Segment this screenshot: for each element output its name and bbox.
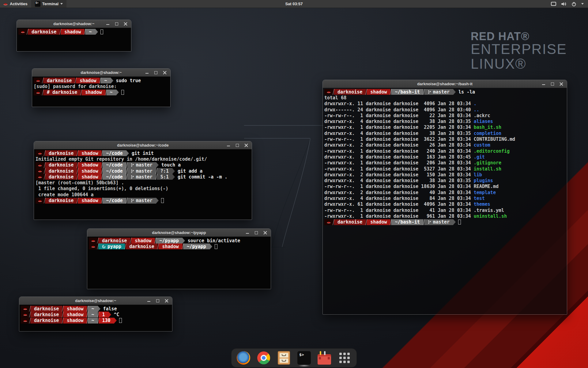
- maximize-button[interactable]: [156, 299, 160, 303]
- prompt-segment-path: ~: [88, 312, 98, 317]
- git-branch-icon: [131, 175, 134, 179]
- terminal-line: 1 file changed, 0 insertions(+), 0 delet…: [36, 186, 252, 192]
- redhat-icon: [38, 199, 42, 202]
- gnome-top-bar: Activities $> Terminal Sat 03:57: [0, 0, 588, 8]
- prompt-segment-path: ~/bash-it: [391, 89, 423, 95]
- file-entry-meta: -rwxrwxr-x. 1 darknoise darknoise 240 Ja…: [324, 148, 474, 154]
- window-title: darknoise@shadow:~/pyapp: [87, 230, 271, 235]
- app-menu-terminal[interactable]: $> Terminal: [31, 0, 66, 8]
- minimize-button[interactable]: [246, 231, 249, 235]
- redhat-icon: [36, 91, 40, 94]
- minimize-button[interactable]: [542, 82, 545, 86]
- prompt-segment-host: shadow: [78, 150, 102, 156]
- titlebar[interactable]: darknoise@shadow:~: [19, 297, 172, 305]
- rhel-wallpaper-logo: RED HAT® ENTERPRISE LINUX®: [471, 31, 567, 71]
- prompt-segment-git: master: [127, 174, 156, 180]
- terminal-output: Initialized empty Git repository in /hom…: [36, 156, 207, 162]
- command-text: touch a: [161, 162, 181, 168]
- terminal-icon: $>: [297, 351, 311, 365]
- titlebar[interactable]: darknoise@shadow:~: [32, 69, 170, 77]
- prompt-segment-path: ~: [88, 306, 98, 312]
- close-button[interactable]: [165, 299, 168, 303]
- screen-indicator-icon[interactable]: [551, 2, 556, 6]
- dock-item-app-grid[interactable]: [337, 351, 352, 365]
- firefox-icon: [237, 351, 250, 365]
- titlebar[interactable]: darknoise@shadow:~/code: [34, 141, 252, 149]
- prompt-segment-host: shadow: [78, 162, 102, 168]
- prompt-segment-user: darknoise: [334, 89, 366, 95]
- maximize-button[interactable]: [154, 71, 158, 75]
- prompt-arrow: [111, 78, 113, 83]
- prompt-segment-path: ~/code: [102, 174, 126, 180]
- activities-button[interactable]: Activities: [0, 0, 31, 8]
- window-title: darknoise@shadow:~/code: [34, 143, 252, 148]
- prompt-segment-git: master: [127, 168, 156, 174]
- titlebar[interactable]: darknoise@shadow:~/bash-it: [323, 80, 567, 88]
- minimize-button[interactable]: [147, 299, 151, 303]
- prompt-arrow: [109, 312, 111, 317]
- prompt-segment-hat: [36, 162, 44, 168]
- minimize-button[interactable]: [106, 22, 110, 26]
- terminal-line: -rw-rw-r--. 1 darknoise darknoise 3622 J…: [324, 136, 567, 142]
- dock-item-files[interactable]: [277, 351, 291, 365]
- terminal-content[interactable]: darknoiseshadow~/bash-itmasterls -latota…: [323, 88, 567, 314]
- terminal-line: -rw-rw-r--. 1 darknoise darknoise 18630 …: [324, 184, 567, 190]
- terminal-content[interactable]: darknoiseshadow~: [17, 28, 131, 51]
- close-button[interactable]: [124, 22, 127, 26]
- rhel-logo-enterprise: ENTERPRISE: [471, 42, 567, 57]
- dock-item-terminal[interactable]: $>: [297, 351, 311, 365]
- file-entry-meta: drwxrwxr-x. 4 darknoise darknoise 84 Jan…: [324, 196, 474, 201]
- file-entry-meta: drwxrwxr-x. 4 darknoise darknoise 38 Jan…: [324, 131, 474, 136]
- close-button[interactable]: [163, 71, 167, 75]
- prompt-segment-path: ~: [88, 318, 98, 324]
- maximize-button[interactable]: [236, 144, 239, 147]
- prompt-segment-host: shadow: [367, 219, 390, 225]
- maximize-button[interactable]: [115, 22, 119, 26]
- terminal-line: pyappdarknoiseshadow~/pyapp: [89, 243, 271, 249]
- terminal-content[interactable]: darknoiseshadow~falsedarknoiseshadow~1^C…: [19, 305, 172, 331]
- file-name: custom: [474, 142, 490, 148]
- close-button[interactable]: [263, 231, 267, 235]
- file-name: aliases: [474, 119, 493, 124]
- redhat-icon: [91, 239, 96, 242]
- terminal-output: total 68: [324, 95, 346, 101]
- prompt-arrow: [210, 244, 212, 249]
- power-icon[interactable]: [571, 2, 576, 6]
- terminal-cursor: [161, 198, 164, 203]
- maximize-button[interactable]: [551, 82, 554, 86]
- file-entry-meta: drwx------. 24 darknoise darknoise 4096 …: [324, 107, 474, 113]
- terminal-content[interactable]: darknoiseshadow~/codegit initInitialized…: [34, 149, 252, 220]
- clock[interactable]: Sat 03:57: [0, 2, 588, 6]
- command-text: git add a: [178, 168, 202, 174]
- dock-item-toolbox[interactable]: [317, 351, 331, 365]
- terminal-line: darknoiseshadow~/codemastertouch a: [36, 162, 252, 168]
- titlebar[interactable]: darknoise@shadow:~/pyapp: [87, 229, 271, 237]
- terminal-output: create mode 100644 a: [36, 192, 94, 197]
- titlebar[interactable]: darknoise@shadow:~: [17, 20, 131, 28]
- file-name: install.sh: [474, 166, 501, 172]
- prompt-arrow: [156, 198, 159, 203]
- close-button[interactable]: [244, 144, 248, 147]
- python-venv-icon: [102, 245, 106, 248]
- system-menu-chevron-icon[interactable]: [581, 3, 584, 5]
- command-text: false: [103, 306, 117, 312]
- file-name: template: [474, 190, 496, 195]
- dock-item-chrome[interactable]: [257, 351, 271, 365]
- prompt-segment-hat: [36, 150, 44, 156]
- terminal-window-home-1: darknoise@shadow:~ darknoiseshadow~: [17, 20, 131, 52]
- volume-icon[interactable]: [561, 2, 567, 6]
- terminal-content[interactable]: darknoiseshadow~/pyappsource bin/activat…: [87, 237, 271, 289]
- terminal-line: drwxrwxr-x. 61 darknoise darknoise 4096 …: [324, 201, 567, 207]
- prompt-segment-hat: [89, 238, 98, 243]
- file-name: ..: [474, 107, 479, 113]
- terminal-window-code: darknoise@shadow:~/code darknoiseshadow~…: [34, 141, 252, 220]
- dock-item-firefox[interactable]: [236, 351, 251, 365]
- minimize-button[interactable]: [145, 71, 149, 75]
- terminal-line: drwxrwxr-x. 8 darknoise darknoise 163 Ja…: [324, 154, 567, 160]
- file-entry-meta: drwxrwxr-x. 8 darknoise darknoise 163 Ja…: [324, 154, 474, 160]
- close-button[interactable]: [560, 82, 563, 86]
- terminal-content[interactable]: darknoiseshadow~sudo true[sudo] password…: [32, 77, 170, 107]
- minimize-button[interactable]: [227, 144, 230, 147]
- maximize-button[interactable]: [254, 231, 258, 235]
- prompt-segment-host: shadow: [61, 29, 85, 35]
